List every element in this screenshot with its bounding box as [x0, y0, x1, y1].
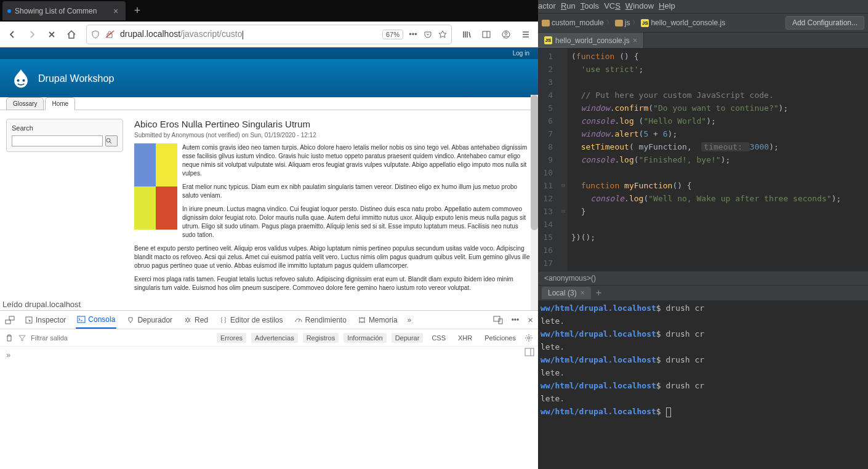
crumb-module[interactable]: custom_module — [542, 18, 604, 27]
zoom-level[interactable]: 67% — [382, 30, 403, 39]
code-content[interactable]: (function () { 'use strict'; // Put here… — [568, 49, 868, 271]
forward-button[interactable] — [23, 26, 41, 43]
svg-rect-13 — [78, 316, 85, 323]
terminal-tab[interactable]: Local (3)× — [542, 287, 591, 299]
console-filterbar: Errores Advertencias Registros Informaci… — [0, 329, 538, 347]
pill-errors[interactable]: Errores — [217, 333, 246, 343]
scrollbar[interactable] — [531, 95, 538, 310]
ide-breadcrumb: custom_module 〉 js 〉 JShello_world_conso… — [538, 13, 868, 33]
article-submitted: Submitted by Anonymous (not verified) on… — [134, 132, 532, 138]
svg-rect-2 — [483, 31, 490, 38]
menu-window[interactable]: Window — [625, 1, 654, 10]
search-button[interactable] — [105, 135, 118, 146]
svg-rect-14 — [360, 318, 364, 322]
code-editor[interactable]: 1234567891011121314151617 ⊟⊟ (function (… — [538, 49, 868, 271]
menu-help[interactable]: Help — [659, 1, 675, 10]
tab-inspector[interactable]: Inspector — [23, 311, 67, 329]
console-prompt-icon[interactable]: » — [2, 349, 536, 361]
close-icon[interactable]: × — [581, 289, 585, 297]
pill-requests[interactable]: Peticiones — [481, 333, 520, 343]
menu-icon[interactable] — [517, 26, 534, 43]
js-file-icon: JS — [641, 19, 649, 27]
tab-debugger[interactable]: Depurador — [125, 311, 174, 329]
svg-line-9 — [110, 142, 111, 143]
pill-warnings[interactable]: Advertencias — [251, 333, 298, 343]
close-icon[interactable]: × — [633, 36, 638, 45]
pill-xhr[interactable]: XHR — [454, 333, 476, 343]
pocket-icon[interactable] — [423, 30, 433, 39]
overflow-icon[interactable]: » — [408, 316, 412, 324]
sidebar-icon[interactable] — [478, 26, 495, 43]
home-button[interactable] — [63, 26, 80, 43]
bookmark-icon[interactable] — [438, 30, 448, 39]
library-icon[interactable] — [458, 26, 475, 43]
menu-tools[interactable]: Tools — [581, 1, 599, 10]
pill-debug[interactable]: Depurar — [392, 333, 424, 343]
terminal-body[interactable]: ww/html/drupal.localhost$ drush cr lete.… — [538, 300, 868, 469]
svg-point-17 — [528, 337, 530, 339]
back-button[interactable] — [4, 26, 21, 43]
ide-menubar[interactable]: actor Run Tools VCS Window Help — [538, 0, 868, 13]
address-bar[interactable]: drupal.localhost/javascript/custo 67% ••… — [86, 25, 452, 44]
new-tab-button[interactable]: + — [128, 2, 147, 20]
funnel-icon — [18, 334, 26, 342]
tab-console[interactable]: Consola — [76, 311, 116, 329]
folder-icon — [615, 20, 623, 26]
gear-icon[interactable] — [524, 334, 533, 342]
menu-run[interactable]: Run — [561, 1, 576, 10]
close-devtools-icon[interactable]: × — [528, 315, 533, 325]
more-icon[interactable]: ••• — [408, 30, 418, 39]
menu-home[interactable]: Home — [45, 97, 75, 110]
search-label: Search — [12, 124, 118, 132]
browser-tab[interactable]: Showing List of Commen × — [2, 1, 126, 20]
chevron-right-icon: 〉 — [606, 18, 613, 27]
status-text: Leído drupal.localhost — [0, 299, 83, 310]
sidebar: Search — [6, 119, 123, 297]
browser-toolbar: drupal.localhost/javascript/custo 67% ••… — [0, 22, 538, 47]
site-name[interactable]: Drupal Workshop — [38, 73, 114, 84]
meatball-icon[interactable]: ••• — [512, 316, 520, 324]
terminal-tabs: Local (3)× + — [538, 285, 868, 300]
utility-bar: Log in — [0, 47, 538, 59]
article-title[interactable]: Abico Eros Nulla Pertineo Singularis Utr… — [134, 119, 532, 129]
add-configuration-button[interactable]: Add Configuration... — [786, 16, 864, 30]
search-input[interactable] — [12, 135, 103, 146]
shield-icon[interactable] — [90, 30, 100, 39]
article-paragraph: Exerci mos plaga ratis tamen. Feugiat le… — [134, 275, 532, 292]
login-link[interactable]: Log in — [513, 50, 529, 57]
crumb-js[interactable]: js — [615, 18, 630, 27]
menu-vcs[interactable]: VCS — [604, 1, 621, 10]
scrollbar-thumb[interactable] — [531, 95, 538, 230]
crumb-file[interactable]: JShello_world_console.js — [641, 18, 725, 27]
account-icon[interactable] — [497, 26, 515, 43]
site-header: Drupal Workshop — [0, 59, 538, 97]
pill-info[interactable]: Información — [344, 333, 386, 343]
split-console-icon[interactable] — [524, 348, 534, 356]
pill-css[interactable]: CSS — [428, 333, 449, 343]
url-text: drupal.localhost/javascript/custo — [120, 29, 377, 39]
editor-tab[interactable]: JS hello_world_console.js × — [538, 33, 644, 48]
pill-logs[interactable]: Registros — [303, 333, 339, 343]
menu-refactor[interactable]: actor — [538, 1, 556, 10]
fold-gutter[interactable]: ⊟⊟ — [559, 49, 568, 271]
trash-icon[interactable] — [5, 334, 14, 342]
tab-network[interactable]: Red — [182, 311, 209, 329]
ide-window: actor Run Tools VCS Window Help custom_m… — [538, 0, 868, 469]
new-terminal-button[interactable]: + — [596, 287, 601, 299]
menu-glossary[interactable]: Glossary — [6, 97, 44, 110]
close-icon[interactable]: × — [111, 6, 121, 16]
tab-memory[interactable]: Memoria — [356, 311, 399, 329]
insecure-icon[interactable] — [105, 30, 115, 39]
loading-dot-icon — [7, 9, 11, 13]
console-body[interactable]: » — [0, 347, 538, 469]
devtools-dock-icon[interactable] — [5, 316, 15, 324]
browser-tabbar: Showing List of Commen × + — [0, 0, 538, 22]
tab-style-editor[interactable]: Editor de estilos — [218, 311, 284, 329]
svg-rect-11 — [9, 316, 14, 320]
tab-performance[interactable]: Rendimiento — [293, 311, 348, 329]
devtools-panel: Inspector Consola Depurador Red Editor d… — [0, 310, 538, 469]
search-block: Search — [6, 119, 123, 152]
filter-input[interactable] — [31, 334, 212, 342]
responsive-icon[interactable] — [493, 316, 503, 324]
stop-button[interactable] — [43, 26, 60, 43]
